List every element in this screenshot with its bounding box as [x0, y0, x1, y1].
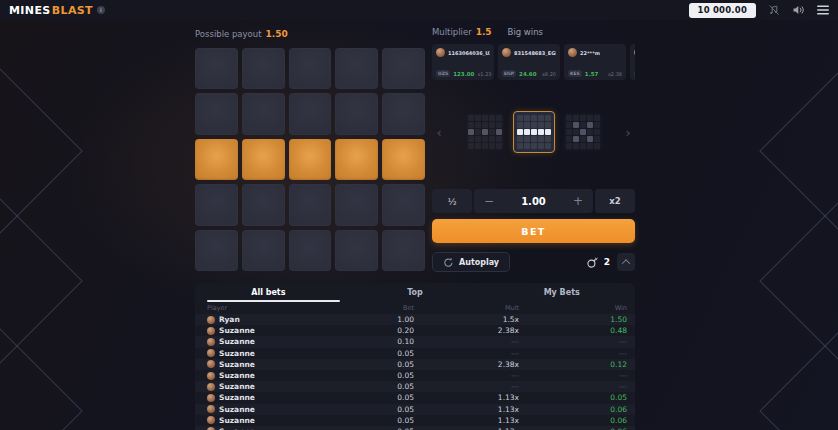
tab-all-bets[interactable]: All bets	[195, 283, 342, 302]
big-win-card: 831548683_EGPEGP24.60x8.20	[498, 44, 560, 80]
game-column: Possible payout 1.50	[195, 20, 425, 272]
mine-tile-r4c5[interactable]	[382, 184, 425, 225]
mine-tile-r5c1[interactable]	[195, 230, 238, 271]
mine-tile-r3c5[interactable]	[382, 139, 425, 180]
bet-win: 0.06	[519, 416, 627, 425]
win-multiplier: x1.23	[477, 71, 491, 77]
player-name: Suzanne	[219, 326, 255, 335]
mine-tile-r5c3[interactable]	[289, 230, 332, 271]
mine-grid	[195, 48, 425, 271]
mine-tile-r1c2[interactable]	[242, 48, 285, 89]
increase-bet-button[interactable]: +	[563, 194, 593, 208]
pattern-carousel: ‹ ›	[432, 106, 635, 158]
tab-my-bets[interactable]: My Bets	[488, 283, 635, 302]
player-avatar	[207, 338, 215, 346]
pattern-preview-1[interactable]	[466, 113, 504, 151]
mine-tile-r3c2[interactable]	[242, 139, 285, 180]
mine-tile-r2c1[interactable]	[195, 93, 238, 134]
big-win-player-name: 831548683_EGP	[514, 50, 556, 56]
header-win: Win	[519, 304, 627, 312]
mine-tile-r2c5[interactable]	[382, 93, 425, 134]
win-amount: 123.00	[453, 71, 474, 77]
tab-top[interactable]: Top	[342, 283, 489, 302]
bet-win: 0.48	[519, 326, 627, 335]
mine-tile-r5c5[interactable]	[382, 230, 425, 271]
mine-tile-r4c3[interactable]	[289, 184, 332, 225]
bet-player-cell: Suzanne	[207, 405, 329, 414]
mine-tile-r1c5[interactable]	[382, 48, 425, 89]
player-name: Suzanne	[219, 393, 255, 402]
bet-amount: 0.20	[329, 326, 414, 335]
bet-row: Suzanne0.051.13x0.06	[195, 426, 635, 430]
big-win-card-top: 1163064036_UZS	[436, 48, 490, 57]
bet-win: ---	[519, 371, 627, 380]
bet-multiplier: ---	[414, 337, 519, 346]
big-win-card-top: 831548683_EGP	[502, 48, 556, 57]
bet-player-cell: Suzanne	[207, 337, 329, 346]
bomb-icon	[586, 256, 599, 269]
diamond-decoration	[759, 299, 838, 430]
carousel-next-icon[interactable]: ›	[621, 126, 635, 139]
double-bet-button[interactable]: x2	[595, 189, 635, 213]
player-name: Suzanne	[219, 371, 255, 380]
player-avatar	[207, 316, 215, 324]
bet-player-cell: Suzanne	[207, 349, 329, 358]
menu-icon[interactable]	[817, 5, 829, 15]
volume-icon[interactable]	[792, 4, 805, 16]
big-win-player-name: 22***m	[580, 50, 600, 56]
big-win-card-top: 130	[634, 48, 635, 57]
decrease-bet-button[interactable]: −	[474, 194, 504, 208]
bet-row: Suzanne0.052.38x0.12	[195, 359, 635, 370]
bet-row: Suzanne0.051.13x0.05	[195, 392, 635, 403]
big-win-card-top: 22***m	[568, 48, 622, 57]
bet-amount-value[interactable]: 1.00	[504, 196, 563, 207]
win-amount: 1.57	[585, 71, 599, 77]
mines-expand-button[interactable]	[617, 253, 635, 271]
bets-panel: All bets Top My Bets Player Bet Mult Win…	[195, 283, 635, 430]
pattern-carousel-track	[446, 111, 621, 153]
mine-tile-r2c2[interactable]	[242, 93, 285, 134]
bet-win: ---	[519, 382, 627, 391]
mine-tile-r5c4[interactable]	[335, 230, 378, 271]
bet-win: 1.50	[519, 315, 627, 324]
pattern-preview-3[interactable]	[564, 113, 602, 151]
carousel-prev-icon[interactable]: ‹	[432, 126, 446, 139]
chevron-up-icon	[622, 259, 630, 267]
win-multiplier: x8.20	[542, 71, 556, 77]
info-icon[interactable]: i	[97, 6, 105, 14]
mine-tile-r1c1[interactable]	[195, 48, 238, 89]
mine-tile-r5c2[interactable]	[242, 230, 285, 271]
player-avatar	[568, 48, 577, 57]
mine-tile-r1c3[interactable]	[289, 48, 332, 89]
pattern-preview-2[interactable]	[513, 111, 555, 153]
mine-tile-r3c4[interactable]	[335, 139, 378, 180]
mine-tile-r2c3[interactable]	[289, 93, 332, 134]
bets-table-body: Ryan1.001.5x1.50Suzanne0.202.38x0.48Suza…	[195, 314, 635, 430]
mine-tile-r1c4[interactable]	[335, 48, 378, 89]
mine-tile-r4c4[interactable]	[335, 184, 378, 225]
player-avatar	[207, 349, 215, 357]
bet-multiplier: 1.13x	[414, 393, 519, 402]
mine-tile-r4c2[interactable]	[242, 184, 285, 225]
diamond-decoration	[759, 39, 838, 262]
music-muted-icon[interactable]	[768, 4, 780, 16]
player-name: Suzanne	[219, 405, 255, 414]
currency-badge: UZS	[634, 70, 635, 77]
mine-tile-r3c3[interactable]	[289, 139, 332, 180]
mine-tile-r3c1[interactable]	[195, 139, 238, 180]
balance-display: 10 000.00	[689, 3, 756, 18]
bet-amount: 0.05	[329, 382, 414, 391]
half-bet-button[interactable]: ½	[432, 189, 472, 213]
mine-tile-r2c4[interactable]	[335, 93, 378, 134]
diamond-decoration	[0, 299, 83, 430]
autoplay-button[interactable]: Autoplay	[432, 252, 510, 272]
bet-button[interactable]: BET	[432, 219, 635, 243]
mine-tile-r4c1[interactable]	[195, 184, 238, 225]
bet-player-cell: Suzanne	[207, 326, 329, 335]
player-avatar	[436, 48, 445, 57]
mines-count-display[interactable]: 2	[586, 256, 610, 269]
big-win-card-bottom: EGP24.60x8.20	[502, 70, 556, 77]
diamond-decoration	[759, 169, 838, 392]
player-name: Suzanne	[219, 416, 255, 425]
player-avatar	[207, 394, 215, 402]
